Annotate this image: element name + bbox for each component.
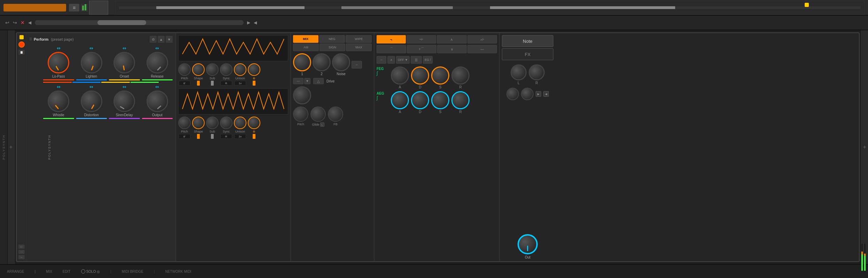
menu-icon[interactable]: ≡	[69, 4, 79, 11]
osc2-sub-knob[interactable]	[206, 117, 219, 129]
r-knob[interactable]	[529, 64, 545, 80]
distortion-knob[interactable]	[81, 90, 102, 112]
osc1-unison-knob[interactable]	[234, 63, 246, 76]
out-knob[interactable]	[518, 234, 538, 254]
fb-knob[interactable]	[328, 106, 343, 122]
wipe-btn[interactable]: WIPE	[346, 35, 372, 43]
wave-btn-7[interactable]: ∨	[437, 45, 467, 53]
wave-btn-1[interactable]: ¬	[377, 35, 406, 43]
knob-row-2: ⇔ Whistle ⇔ Distortion	[29, 84, 173, 119]
bottom-midi[interactable]: MIDI BRIDGE	[122, 270, 143, 273]
plugin-page-btn[interactable]: 📋	[18, 50, 25, 55]
wave-btn-5[interactable]: ⌒	[377, 45, 406, 53]
aeg-s-knob[interactable]	[431, 91, 449, 109]
mode-dropdown-btn[interactable]: ▼	[304, 78, 310, 84]
bottom-network[interactable]: NETWORK MIDI	[165, 270, 191, 273]
lopass-knob[interactable]	[48, 52, 69, 73]
glide-mode[interactable]: L	[320, 122, 324, 127]
stereo-toggle[interactable]: ↔	[352, 61, 362, 69]
osc1-sync-knob[interactable]	[220, 63, 232, 76]
nav-fwd[interactable]: ▶	[247, 20, 250, 25]
note-play-btn[interactable]: ▶	[536, 91, 541, 97]
plugin-nav-arrows[interactable]: ↔	[18, 255, 25, 259]
bottom-arrange[interactable]: ARRANGE	[7, 270, 24, 273]
osc1-controls: Pitch 8' Shape Sub Sync	[178, 63, 288, 86]
note-stop-btn[interactable]: ◀	[543, 91, 549, 97]
sirendelay-knob[interactable]	[113, 90, 135, 112]
aeg-r-knob[interactable]	[451, 91, 469, 109]
osc2-unison-knob[interactable]	[234, 117, 246, 129]
mixer-pitch: Pitch	[293, 106, 308, 127]
wave-btn-3[interactable]: ∧	[437, 35, 467, 43]
mixer-noise-knob[interactable]	[332, 53, 350, 71]
toolbar-undo[interactable]: ↩	[5, 20, 9, 25]
nav-back[interactable]: ◀	[28, 20, 31, 25]
mix-btn[interactable]: MIX	[293, 35, 318, 43]
osc2-sync-knob[interactable]	[220, 117, 232, 129]
bottom-mix[interactable]: MIX	[46, 270, 52, 273]
plugin-nav-up[interactable]: □	[18, 245, 25, 249]
pitch-knob[interactable]	[293, 106, 308, 122]
osc1-pitch-knob[interactable]	[178, 63, 191, 76]
lighten-knob[interactable]	[81, 52, 102, 73]
plugin-power-btn[interactable]: ⏻	[18, 41, 25, 48]
note-small-knob-1[interactable]	[506, 88, 519, 100]
env-mode-bars[interactable]: |||	[411, 56, 422, 64]
l-knob[interactable]	[511, 64, 527, 80]
mixer-drive-knob[interactable]	[293, 86, 311, 104]
mode-tri-btn[interactable]: △	[313, 78, 324, 84]
feg-d-knob[interactable]	[411, 66, 429, 85]
plus-icon: +	[9, 144, 13, 150]
wave-btn-6[interactable]: ˫⌒	[407, 45, 436, 53]
feg-s-knob[interactable]	[431, 66, 449, 85]
env-mode-mono[interactable]: ∧	[387, 56, 395, 64]
bottom-edit[interactable]: EDIT	[63, 270, 71, 273]
osc1-shape-knob[interactable]	[192, 63, 205, 76]
note-btn[interactable]: Note	[502, 35, 553, 47]
am-btn[interactable]: AM	[293, 43, 319, 51]
whistle-knob[interactable]	[48, 90, 69, 112]
plugin-nav-dots[interactable]: ⋯	[18, 250, 25, 254]
osc1-wave-svg	[179, 35, 288, 61]
scrollbar[interactable]	[35, 20, 244, 25]
perform-settings-btn[interactable]: ⚙	[150, 36, 157, 43]
env-mode-stereo[interactable]: ↔	[377, 56, 386, 64]
osc1-sub-knob[interactable]	[206, 63, 219, 76]
track-header[interactable]	[3, 4, 66, 11]
mixer-osc1-knob[interactable]	[293, 53, 311, 71]
bottom-solo[interactable]: SOLO ◎	[81, 269, 100, 273]
toolbar-close[interactable]: ✕	[21, 20, 25, 25]
add-track-left[interactable]: +	[8, 30, 15, 264]
osc1-link-knob[interactable]	[248, 63, 260, 76]
osc1-sub-indicator	[211, 81, 214, 86]
osc2-shape-knob[interactable]	[192, 117, 205, 129]
osc2-pitch-knob[interactable]	[178, 117, 191, 129]
note-small-knob-2[interactable]	[521, 88, 534, 100]
aeg-d-knob[interactable]	[411, 91, 429, 109]
onset-knob[interactable]	[113, 52, 135, 73]
fx-btn[interactable]: FX	[502, 48, 553, 60]
aeg-a-knob[interactable]	[391, 91, 409, 109]
mode-arrow-btn[interactable]: —	[293, 78, 303, 84]
env-mode-eg[interactable]: EG /	[423, 56, 433, 64]
sign-btn[interactable]: SIGN	[319, 43, 345, 51]
release-knob[interactable]	[147, 52, 168, 73]
max-btn[interactable]: MAX	[346, 43, 372, 51]
perform-up-btn[interactable]: ▲	[158, 36, 165, 43]
nav-back2[interactable]: ◀	[254, 20, 257, 25]
wave-btn-4[interactable]: ∧˫	[467, 35, 497, 43]
wave-btn-8[interactable]: —	[467, 45, 497, 53]
env-mode-off-dropdown[interactable]: OFF ▼	[396, 56, 410, 64]
neg-btn[interactable]: NEG	[319, 35, 345, 43]
osc2-link-knob[interactable]	[248, 117, 260, 129]
mixer-bottom-row: Pitch Glide L FB	[293, 106, 372, 127]
output-knob[interactable]	[147, 90, 168, 112]
feg-a-knob[interactable]	[391, 66, 409, 85]
mixer-osc2-knob[interactable]	[313, 53, 331, 71]
toolbar-redo[interactable]: ↪	[13, 20, 17, 25]
add-track-right[interactable]: +	[861, 30, 868, 264]
wave-btn-2[interactable]: ¬˫	[407, 35, 436, 43]
feg-r-knob[interactable]	[451, 66, 469, 85]
perform-down-btn[interactable]: ▼	[166, 36, 173, 43]
glide-knob[interactable]	[310, 106, 326, 122]
